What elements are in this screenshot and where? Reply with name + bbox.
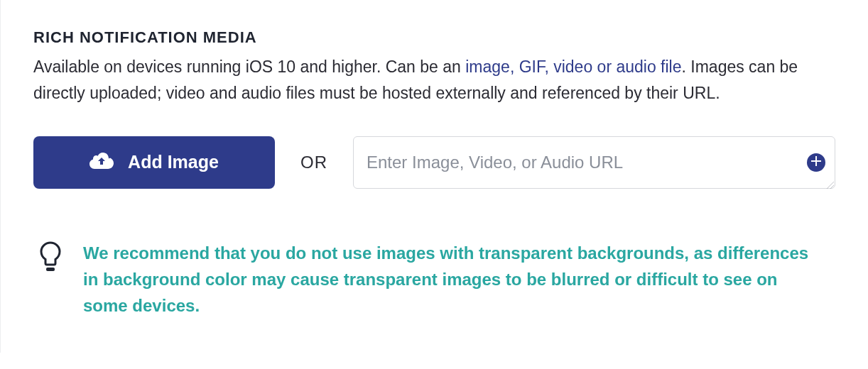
lightbulb-icon: [38, 240, 63, 274]
add-image-button-label: Add Image: [128, 152, 219, 172]
tip-text: We recommend that you do not use images …: [83, 240, 822, 319]
section-heading: RICH NOTIFICATION MEDIA: [33, 28, 835, 47]
description-text-prefix: Available on devices running iOS 10 and …: [33, 57, 465, 76]
resize-handle[interactable]: [825, 179, 834, 187]
section-description: Available on devices running iOS 10 and …: [33, 54, 822, 106]
cloud-upload-icon: [89, 151, 114, 174]
media-types-link[interactable]: image, GIF, video or audio file: [465, 57, 681, 76]
svg-line-0: [827, 182, 834, 189]
svg-rect-2: [46, 268, 55, 271]
plus-icon: [811, 156, 821, 169]
svg-line-1: [830, 185, 834, 189]
rich-media-section: RICH NOTIFICATION MEDIA Available on dev…: [0, 0, 868, 353]
media-url-input-wrap: [353, 136, 835, 189]
add-url-button[interactable]: [807, 153, 825, 172]
media-url-input[interactable]: [353, 136, 835, 189]
tip-callout: We recommend that you do not use images …: [33, 223, 835, 336]
add-image-button[interactable]: Add Image: [33, 136, 275, 189]
media-input-row: Add Image OR: [33, 136, 835, 189]
or-separator-label: OR: [300, 153, 327, 172]
